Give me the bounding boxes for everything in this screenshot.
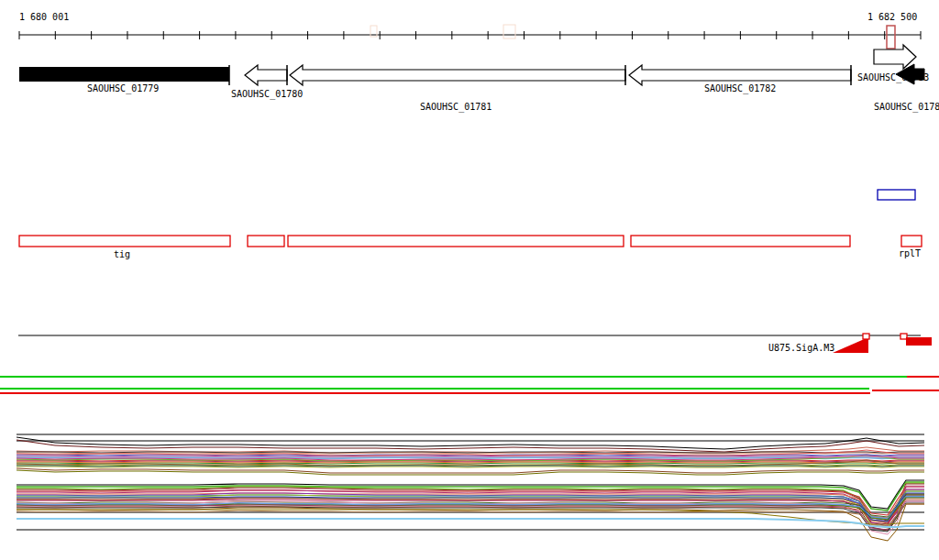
reverse-marker-overlay [0, 0, 939, 560]
genome-browser-view: 1 680 001 1 682 500 SAOUHSC_01779 SAOUHS… [0, 0, 939, 560]
gene-reverse-marker-arrow[interactable] [896, 64, 924, 84]
